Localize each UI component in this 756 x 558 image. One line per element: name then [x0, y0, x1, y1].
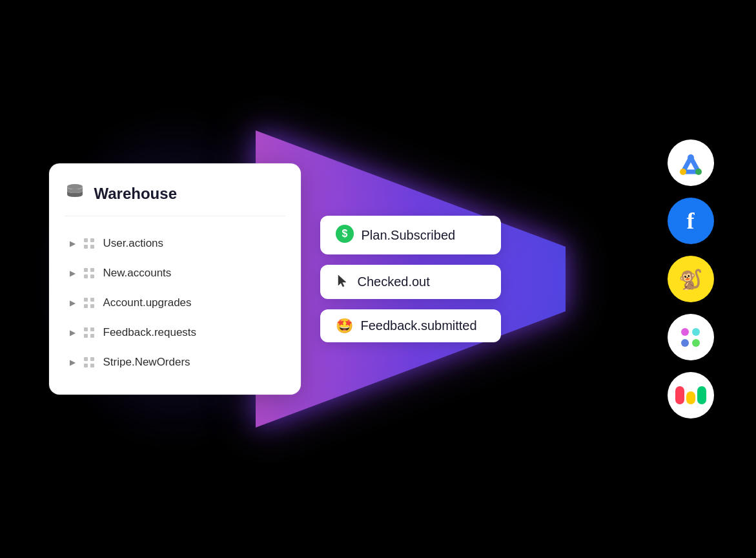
- svg-point-0: [67, 184, 83, 189]
- svg-rect-15: [84, 334, 88, 338]
- warehouse-panel: Warehouse ▶ User.actions ▶: [49, 163, 301, 395]
- integration-monday: [668, 372, 714, 418]
- event-pill-checkout: Checked.out: [320, 265, 501, 299]
- monday-logo: [675, 386, 706, 404]
- svg-rect-11: [84, 304, 88, 308]
- integration-dots: [668, 314, 714, 360]
- event-pill-plan: $ Plan.Subscribed: [320, 216, 501, 254]
- integration-facebook: f: [668, 198, 714, 244]
- plan-subscribed-label: Plan.Subscribed: [362, 228, 456, 243]
- svg-rect-19: [84, 364, 88, 367]
- integrations-list: f 🐒: [668, 140, 714, 418]
- item-label-2: Account.upgrades: [103, 296, 192, 309]
- event-pill-feedback: 🤩 Feedback.submitted: [320, 309, 501, 342]
- events-container: $ Plan.Subscribed Checked.out 🤩 Feedback…: [320, 216, 501, 342]
- mailchimp-face: 🐒: [679, 268, 702, 291]
- svg-point-25: [695, 169, 702, 175]
- item-grid-icon-3: [83, 326, 96, 339]
- svg-rect-9: [84, 298, 88, 302]
- item-arrow-3: ▶: [70, 329, 75, 337]
- item-grid-icon-0: [83, 237, 96, 250]
- svg-rect-7: [84, 274, 88, 278]
- item-arrow-0: ▶: [70, 240, 75, 248]
- svg-point-26: [688, 154, 694, 161]
- item-label-4: Stripe.NewOrders: [103, 356, 190, 369]
- warehouse-item-4[interactable]: ▶ Stripe.NewOrders: [65, 348, 285, 377]
- svg-rect-12: [90, 304, 94, 308]
- svg-rect-8: [90, 274, 94, 278]
- item-arrow-2: ▶: [70, 299, 75, 307]
- warehouse-item-2[interactable]: ▶ Account.upgrades: [65, 289, 285, 317]
- svg-rect-13: [84, 327, 88, 331]
- checked-out-label: Checked.out: [358, 274, 430, 289]
- warehouse-title: Warehouse: [94, 185, 177, 203]
- item-label-1: New.accounts: [103, 267, 172, 280]
- svg-rect-6: [90, 268, 94, 272]
- warehouse-items: ▶ User.actions ▶ New.acco: [65, 229, 285, 377]
- item-grid-icon-1: [83, 267, 96, 280]
- item-label-0: User.actions: [103, 237, 164, 250]
- item-label-3: Feedback.requests: [103, 326, 197, 339]
- svg-rect-16: [90, 334, 94, 338]
- svg-rect-14: [90, 327, 94, 331]
- feedback-submitted-label: Feedback.submitted: [361, 318, 477, 333]
- svg-rect-10: [90, 298, 94, 302]
- integration-google-ads: [668, 140, 714, 186]
- svg-text:$: $: [342, 228, 347, 239]
- plan-icon: $: [336, 225, 354, 245]
- warehouse-item-0[interactable]: ▶ User.actions: [65, 229, 285, 258]
- item-arrow-4: ▶: [70, 358, 75, 367]
- item-grid-icon-4: [83, 356, 96, 369]
- integration-mailchimp: 🐒: [668, 256, 714, 302]
- scene: Warehouse ▶ User.actions ▶: [23, 21, 733, 537]
- svg-rect-20: [90, 364, 94, 367]
- svg-rect-2: [90, 238, 94, 242]
- item-grid-icon-2: [83, 296, 96, 309]
- facebook-f-letter: f: [687, 207, 695, 234]
- item-arrow-1: ▶: [70, 269, 75, 278]
- feedback-icon: 🤩: [336, 319, 353, 333]
- dots-grid: [679, 326, 702, 349]
- svg-rect-17: [84, 357, 88, 361]
- warehouse-item-1[interactable]: ▶ New.accounts: [65, 259, 285, 287]
- svg-rect-18: [90, 357, 94, 361]
- warehouse-item-3[interactable]: ▶ Feedback.requests: [65, 318, 285, 347]
- warehouse-icon: [65, 181, 85, 205]
- svg-rect-4: [90, 245, 94, 249]
- svg-rect-1: [84, 238, 88, 242]
- svg-point-24: [680, 169, 686, 175]
- warehouse-header: Warehouse: [65, 181, 285, 216]
- cursor-icon: [336, 274, 350, 290]
- svg-rect-5: [84, 268, 88, 272]
- svg-rect-3: [84, 245, 88, 249]
